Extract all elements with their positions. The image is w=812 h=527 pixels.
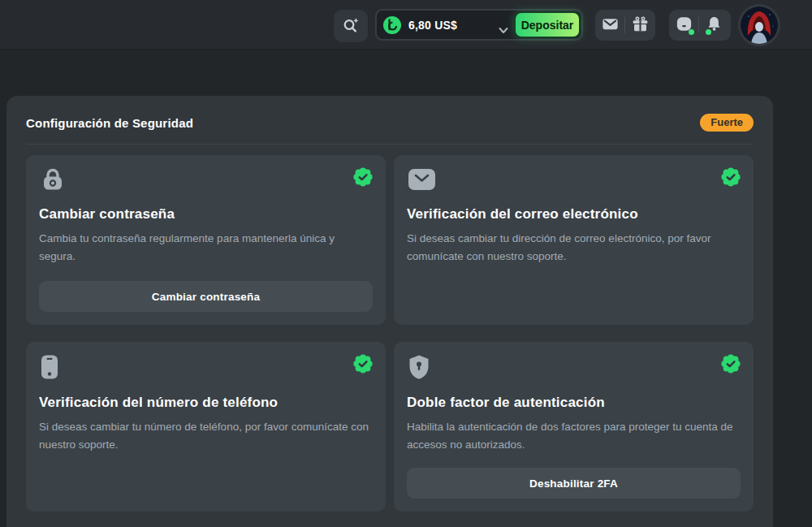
- card-email-verification: Verificación del correo electrónico Si d…: [394, 155, 754, 325]
- security-settings-panel: Configuración de Seguridad Fuerte: [6, 96, 773, 527]
- lock-icon: [39, 167, 67, 195]
- deposit-button[interactable]: Depositar: [516, 13, 579, 37]
- change-password-button[interactable]: Cambiar contraseña: [39, 281, 373, 312]
- user-avatar[interactable]: [741, 6, 778, 44]
- verified-seal-icon: [721, 354, 741, 377]
- card-two-factor-auth: Doble factor de autenticación Habilita l…: [394, 342, 754, 512]
- card-description: Habilita la autenticación de dos factore…: [407, 418, 741, 454]
- card-title: Verificación del número de teléfono: [39, 395, 373, 411]
- card-title: Cambiar contraseña: [39, 206, 373, 222]
- password-strength-badge: Fuerte: [700, 114, 754, 132]
- card-phone-verification: Verificación del número de teléfono Si d…: [26, 342, 386, 512]
- bell-notification-dot: [706, 29, 711, 35]
- top-bar: 6,80 US$ Depositar: [0, 0, 812, 50]
- chat-notification-dot: [689, 29, 694, 35]
- card-change-password: Cambiar contraseña Cambia tu contraseña …: [26, 155, 386, 325]
- notifications-button[interactable]: [699, 10, 728, 41]
- mail-button[interactable]: [595, 10, 624, 41]
- search-icon: [341, 15, 361, 37]
- card-description: Si deseas cambiar tu dirección de correo…: [407, 230, 741, 266]
- chat-bell-group: [669, 10, 731, 41]
- disable-2fa-button[interactable]: Deshabilitar 2FA: [407, 468, 741, 499]
- gift-icon: [631, 15, 650, 36]
- coin-icon: [383, 16, 401, 34]
- card-description: Cambia tu contraseña regularmente para m…: [39, 230, 373, 266]
- currency-selector[interactable]: 6,80 US$ Depositar: [375, 9, 583, 41]
- mail-icon: [407, 167, 438, 195]
- divider: [26, 144, 754, 145]
- card-title: Verificación del correo electrónico: [407, 206, 741, 222]
- verified-seal-icon: [353, 354, 373, 377]
- security-cards-grid: Cambiar contraseña Cambia tu contraseña …: [26, 155, 754, 512]
- mail-gift-group: [595, 10, 655, 41]
- page-title: Configuración de Seguridad: [26, 116, 193, 130]
- panel-header: Configuración de Seguridad Fuerte: [26, 96, 754, 132]
- shield-icon: [407, 354, 431, 383]
- verified-seal-icon: [721, 167, 741, 190]
- gift-button[interactable]: [625, 10, 654, 41]
- search-button[interactable]: [334, 10, 368, 42]
- phone-icon: [39, 354, 60, 383]
- chevron-down-icon: [499, 23, 508, 37]
- card-description: Si deseas cambiar tu número de teléfono,…: [39, 418, 373, 454]
- verified-seal-icon: [353, 167, 373, 190]
- wallet-balance: 6,80 US$: [408, 19, 457, 32]
- card-title: Doble factor de autenticación: [407, 395, 741, 411]
- chat-button[interactable]: [669, 10, 698, 41]
- mail-icon: [601, 15, 620, 36]
